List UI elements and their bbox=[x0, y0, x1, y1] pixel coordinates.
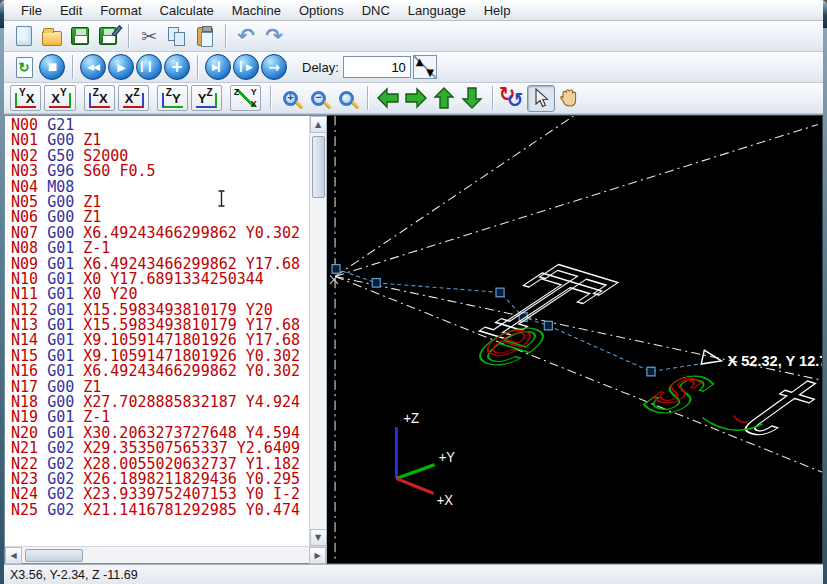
view-zy-button[interactable]: ZY bbox=[157, 85, 188, 111]
gcode-editor-panel[interactable]: N00 G21N01 G00 Z1N02 G50 S2000N03 G96 S6… bbox=[4, 115, 327, 564]
up-arrow-icon bbox=[433, 86, 455, 110]
reset-backplot-button[interactable]: ↻ bbox=[10, 54, 38, 81]
left-arrow-icon bbox=[376, 87, 400, 109]
delay-input[interactable] bbox=[343, 56, 411, 78]
new-file-button[interactable] bbox=[10, 23, 38, 50]
scroll-up-icon[interactable]: ▲ bbox=[310, 116, 327, 133]
step-icon: ▎▶ bbox=[233, 54, 259, 80]
menu-options[interactable]: Options bbox=[290, 1, 353, 20]
copy-icon bbox=[168, 27, 186, 46]
stop-icon: ■ bbox=[39, 54, 65, 80]
pause-icon: ▎▎ bbox=[136, 54, 162, 80]
save-button[interactable] bbox=[66, 23, 94, 50]
right-arrow-icon bbox=[404, 87, 428, 109]
forward-button[interactable]: → bbox=[260, 54, 288, 81]
redo-arrow-icon: ↷ bbox=[265, 24, 283, 48]
menu-calculate[interactable]: Calculate bbox=[151, 1, 223, 20]
editor-horizontal-scrollbar[interactable]: ◀ ▶ bbox=[5, 546, 326, 563]
skip-end-icon: ▶▎ bbox=[205, 54, 231, 80]
add-button[interactable]: + bbox=[163, 54, 191, 81]
magnifier-icon bbox=[339, 91, 354, 106]
pan-right-button[interactable] bbox=[402, 85, 430, 112]
menu-help[interactable]: Help bbox=[475, 1, 520, 20]
menu-language[interactable]: Language bbox=[399, 1, 475, 20]
rotate-view-button[interactable]: ↻↺ bbox=[499, 85, 527, 112]
cursor-arrow-icon bbox=[533, 88, 549, 108]
zoom-in-button[interactable]: + bbox=[277, 85, 305, 112]
delay-label: Delay: bbox=[302, 60, 339, 75]
go-to-start-button[interactable]: ◀◀ bbox=[79, 54, 107, 81]
view-zx-button[interactable]: ZX bbox=[84, 85, 115, 111]
vertical-scroll-thumb[interactable] bbox=[312, 136, 325, 198]
rotate-icon: ↻↺ bbox=[501, 86, 525, 110]
save-as-icon bbox=[99, 27, 117, 45]
scroll-left-icon[interactable]: ◀ bbox=[5, 547, 22, 564]
undo-button[interactable]: ↶ bbox=[232, 23, 260, 50]
status-bar: X3.56, Y-2.34, Z -11.69 bbox=[4, 564, 823, 584]
save-as-button[interactable] bbox=[94, 23, 122, 50]
coordinate-readout: X3.56, Y-2.34, Z -11.69 bbox=[10, 568, 138, 582]
axis-y-label: +Y bbox=[439, 450, 455, 465]
undo-arrow-icon: ↶ bbox=[237, 24, 255, 48]
pan-hand-button[interactable] bbox=[555, 85, 583, 112]
zoom-out-button[interactable]: − bbox=[305, 85, 333, 112]
cut-button[interactable]: ✂ bbox=[135, 23, 163, 50]
pan-up-button[interactable] bbox=[430, 85, 458, 112]
delay-spinner[interactable]: ▲ ▼ bbox=[413, 55, 437, 79]
menu-machine[interactable]: Machine bbox=[223, 1, 290, 20]
open-file-button[interactable] bbox=[38, 23, 66, 50]
horizontal-scroll-thumb[interactable] bbox=[25, 549, 83, 562]
menu-file[interactable]: File bbox=[12, 1, 51, 20]
skip-start-icon: ◀◀ bbox=[80, 54, 106, 80]
menu-format[interactable]: Format bbox=[91, 1, 150, 20]
pan-down-button[interactable] bbox=[458, 85, 486, 112]
scroll-down-icon[interactable]: ▼ bbox=[310, 529, 327, 546]
text-cursor bbox=[217, 190, 226, 211]
view-3d-button[interactable]: Z Y X bbox=[230, 85, 261, 111]
view-toolbar: YX XY ZX XZ ZY YZ Z Y X + − ↻↺ bbox=[4, 83, 823, 114]
copy-button[interactable] bbox=[163, 23, 191, 50]
new-file-icon bbox=[16, 26, 32, 46]
open-folder-icon bbox=[42, 31, 62, 46]
view-xy-button[interactable]: XY bbox=[44, 85, 75, 111]
plus-icon: + bbox=[164, 54, 190, 80]
forward-arrow-icon: → bbox=[261, 54, 287, 80]
menu-dnc[interactable]: DNC bbox=[353, 1, 399, 20]
gcode-lines[interactable]: N00 G21N01 G00 Z1N02 G50 S2000N03 G96 S6… bbox=[5, 116, 309, 546]
stop-button[interactable]: ■ bbox=[38, 54, 66, 81]
view-yz-button[interactable]: YZ bbox=[191, 85, 222, 111]
app-window: CAD-KAS CNC Backplot Editor 1.0 - [font.… bbox=[0, 0, 827, 584]
scroll-right-icon[interactable]: ▶ bbox=[309, 547, 326, 564]
clipboard-icon bbox=[197, 27, 213, 46]
dash-dot-lines bbox=[335, 116, 822, 563]
spinner-up-icon[interactable]: ▲ bbox=[416, 56, 424, 67]
zoom-button[interactable] bbox=[333, 85, 361, 112]
file-toolbar: ✂ ↶ ↷ bbox=[4, 21, 823, 52]
pan-left-button[interactable] bbox=[374, 85, 402, 112]
main-area: N00 G21N01 G00 Z1N02 G50 S2000N03 G96 S6… bbox=[4, 114, 823, 564]
backplot-canvas: T T e e s s t bbox=[327, 116, 822, 563]
backplot-viewport[interactable]: T T e e s s t bbox=[327, 115, 823, 564]
spinner-down-icon[interactable]: ▼ bbox=[426, 67, 434, 78]
play-button[interactable]: ▶ bbox=[107, 54, 135, 81]
go-to-end-button[interactable]: ▶▎ bbox=[204, 54, 232, 81]
playback-toolbar: ↻ ■ ◀◀ ▶ ▎▎ + ▶▎ ▎▶ → Delay: ▲ ▼ bbox=[4, 52, 823, 83]
view-xz-button[interactable]: XZ bbox=[118, 85, 149, 111]
zoom-out-icon: − bbox=[311, 91, 326, 106]
save-icon bbox=[71, 27, 89, 45]
view-yx-button[interactable]: YX bbox=[10, 85, 41, 111]
play-icon: ▶ bbox=[108, 54, 134, 80]
pause-button[interactable]: ▎▎ bbox=[135, 54, 163, 81]
gcode-line: N25 G02 X21.1416781292985 Y0.474 bbox=[11, 503, 309, 518]
menu-edit[interactable]: Edit bbox=[51, 1, 91, 20]
editor-vertical-scrollbar[interactable]: ▲ ▼ bbox=[309, 116, 326, 546]
axis-triad: +Z +Y +X bbox=[396, 411, 455, 509]
paste-button[interactable] bbox=[191, 23, 219, 50]
axis-x-label: +X bbox=[437, 493, 453, 508]
redo-button[interactable]: ↷ bbox=[260, 23, 288, 50]
scissors-icon: ✂ bbox=[141, 25, 157, 47]
select-cursor-button[interactable] bbox=[527, 85, 555, 112]
hand-icon bbox=[558, 87, 580, 109]
axis-z-label: +Z bbox=[403, 411, 419, 426]
step-button[interactable]: ▎▶ bbox=[232, 54, 260, 81]
